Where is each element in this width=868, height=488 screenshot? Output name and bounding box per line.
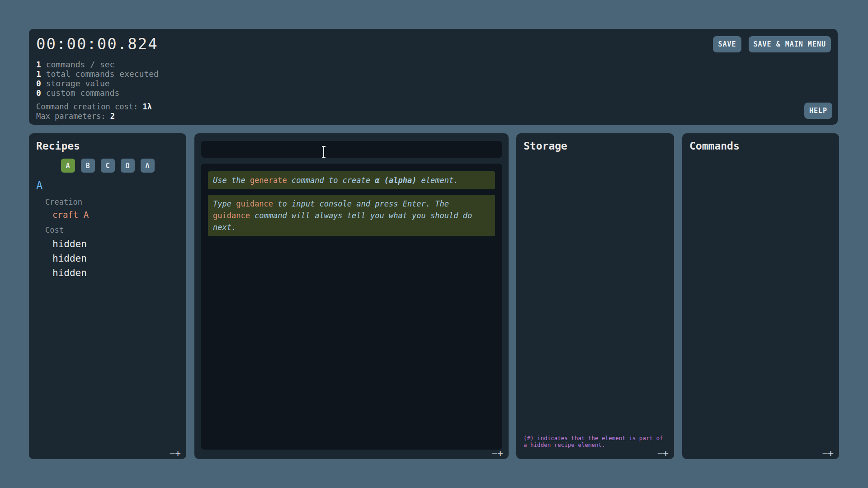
meta-line: Command creation cost: 1λ [36, 102, 830, 112]
console-zoom-controls: −+ [492, 449, 503, 458]
help-button[interactable]: HELP [804, 103, 832, 119]
zoom-in-button[interactable]: + [663, 448, 669, 459]
header-buttons: SAVE SAVE & MAIN MENU [713, 36, 831, 52]
commands-title: Commands [682, 133, 839, 152]
console-message-list: Use the generate command to create α (al… [208, 171, 495, 236]
meta-label: Max parameters: [36, 112, 110, 121]
game-timer: 00:00:00.824 [36, 34, 830, 53]
recipe-item: craft A [52, 210, 186, 220]
zoom-in-button[interactable]: + [175, 448, 181, 459]
stat-value: 1 [36, 60, 41, 69]
commands-panel: Commands −+ [682, 133, 839, 459]
recipe-element-name: A [36, 180, 186, 192]
message-segment: command to create [287, 176, 375, 185]
stat-label: total commands executed [41, 69, 159, 79]
stat-label: commands / sec [41, 60, 115, 69]
recipes-panel: Recipes ABCΩΛ A Creationcraft ACosthidde… [29, 133, 186, 459]
zoom-in-button[interactable]: + [497, 448, 503, 459]
stat-label: storage value [41, 79, 110, 88]
filter-button-Ω[interactable]: Ω [121, 159, 135, 173]
zoom-out-button[interactable]: − [822, 448, 828, 459]
recipe-item: hidden [52, 239, 186, 249]
stat-label: custom commands [41, 88, 119, 98]
console-message: Type guidance to input console and press… [208, 195, 495, 236]
zoom-out-button[interactable]: − [170, 448, 175, 459]
message-segment: Use the [213, 176, 250, 185]
recipes-zoom-controls: −+ [170, 449, 181, 458]
meta-line: Max parameters: 2 [36, 112, 830, 121]
stats-list: 1 commands / sec1 total commands execute… [36, 60, 830, 98]
message-segment: generate [250, 176, 287, 185]
storage-hidden-note: (#) indicates that the element is part o… [524, 435, 665, 448]
game-background: { "header": { "timer": "00:00:00.824", "… [0, 0, 868, 488]
meta-value: 1λ [142, 102, 151, 111]
filter-button-B[interactable]: B [81, 159, 95, 173]
meta-value: 2 [110, 112, 115, 121]
console-panel: Use the generate command to create α (al… [194, 133, 509, 459]
save-button[interactable]: SAVE [713, 36, 741, 52]
header-panel: 00:00:00.824 1 commands / sec1 total com… [29, 29, 838, 125]
stat-line: 1 total commands executed [36, 69, 830, 79]
filter-button-Λ[interactable]: Λ [141, 159, 155, 173]
message-segment: α (alpha) [375, 176, 416, 185]
zoom-in-button[interactable]: + [828, 448, 834, 459]
meta-label: Command creation cost: [36, 102, 142, 111]
filter-button-A[interactable]: A [61, 159, 75, 173]
message-segment: guidance [236, 199, 273, 208]
zoom-out-button[interactable]: − [657, 448, 663, 459]
stat-line: 0 custom commands [36, 88, 830, 98]
recipes-title: Recipes [29, 133, 186, 152]
stat-value: 0 [36, 79, 41, 88]
storage-zoom-controls: −+ [657, 449, 669, 458]
console-input[interactable] [201, 141, 502, 158]
recipe-filter-row: ABCΩΛ [29, 159, 186, 173]
stat-value: 1 [36, 69, 41, 79]
message-segment: command will always tell you what you sh… [213, 211, 472, 232]
stat-value: 0 [36, 88, 41, 98]
recipe-item: hidden [52, 253, 186, 263]
save-main-menu-button[interactable]: SAVE & MAIN MENU [749, 36, 831, 52]
zoom-out-button[interactable]: − [492, 448, 498, 459]
recipe-sections: Creationcraft ACosthiddenhiddenhidden [29, 197, 186, 278]
filter-button-C[interactable]: C [101, 159, 115, 173]
storage-panel: Storage (#) indicates that the element i… [516, 133, 674, 459]
recipe-item: hidden [52, 268, 186, 278]
recipe-section-heading: Cost [45, 225, 186, 235]
console-output: Use the generate command to create α (al… [201, 164, 502, 450]
stat-line: 0 storage value [36, 79, 830, 88]
meta-list: Command creation cost: 1λMax parameters:… [36, 102, 830, 121]
commands-zoom-controls: −+ [822, 449, 834, 458]
stat-line: 1 commands / sec [36, 60, 830, 69]
message-segment: element. [416, 176, 458, 185]
message-segment: Type [213, 199, 236, 208]
message-segment: guidance [213, 211, 250, 220]
console-message: Use the generate command to create α (al… [208, 171, 495, 189]
message-segment: to input console and press Enter. The [273, 199, 449, 208]
recipe-section-heading: Creation [45, 197, 186, 206]
storage-title: Storage [516, 133, 674, 152]
